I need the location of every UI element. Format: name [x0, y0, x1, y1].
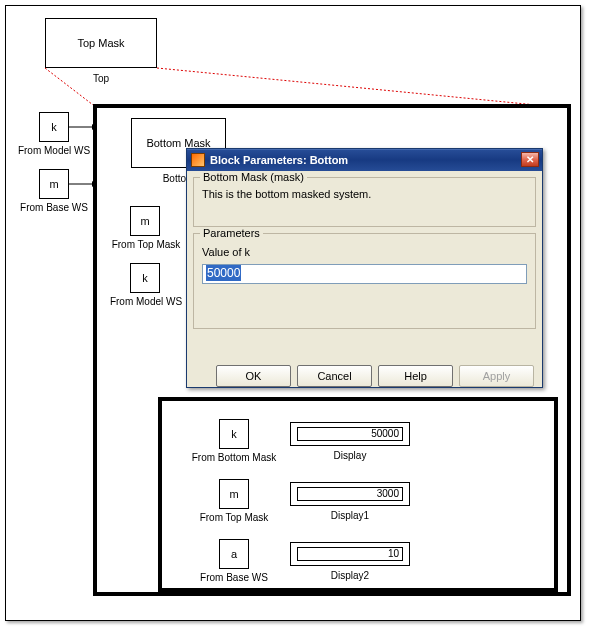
label-from-base-ws-inner: From Base WS [186, 572, 282, 583]
group-params-title: Parameters [200, 227, 263, 239]
dialog-titlebar[interactable]: Block Parameters: Bottom ✕ [187, 149, 542, 171]
display1-value: 3000 [297, 487, 403, 501]
close-button[interactable]: ✕ [521, 152, 539, 167]
block-from-base-ws[interactable]: m [39, 169, 69, 199]
close-icon: ✕ [526, 154, 534, 165]
block-from-model-ws-mid[interactable]: k [130, 263, 160, 293]
help-button[interactable]: Help [378, 365, 453, 387]
display-value: 50000 [297, 427, 403, 441]
block-from-bottom-mask[interactable]: k [219, 419, 249, 449]
block-display1[interactable]: 3000 [290, 482, 410, 506]
block-from-model-ws[interactable]: k [39, 112, 69, 142]
block-from-top-mask[interactable]: m [130, 206, 160, 236]
ok-button[interactable]: OK [216, 365, 291, 387]
group-mask-desc: This is the bottom masked system. [202, 188, 527, 200]
cancel-button[interactable]: Cancel [297, 365, 372, 387]
block-display2[interactable]: 10 [290, 542, 410, 566]
var-m-inner: m [229, 488, 238, 500]
label-from-model-ws: From Model WS [13, 145, 95, 156]
param-label-k: Value of k [202, 246, 527, 258]
var-k: k [51, 121, 57, 133]
label-from-bottom-mask: From Bottom Mask [186, 452, 282, 463]
block-top-label: Top [45, 73, 157, 84]
label-from-top-mask: From Top Mask [106, 239, 186, 250]
block-from-base-ws-inner[interactable]: a [219, 539, 249, 569]
param-input-k[interactable]: 50000 [202, 264, 527, 284]
dialog-title: Block Parameters: Bottom [210, 154, 348, 166]
label-display2: Display2 [290, 570, 410, 581]
block-top-mask-label: Top Mask [77, 37, 124, 49]
display2-value: 10 [297, 547, 403, 561]
label-from-model-ws-mid: From Model WS [106, 296, 186, 307]
block-display[interactable]: 50000 [290, 422, 410, 446]
var-k-inner: k [231, 428, 237, 440]
label-display: Display [290, 450, 410, 461]
app-icon [191, 153, 205, 167]
label-from-base-ws: From Base WS [13, 202, 95, 213]
var-k-mid: k [142, 272, 148, 284]
group-mask-title: Bottom Mask (mask) [200, 171, 307, 183]
var-m: m [49, 178, 58, 190]
label-display1: Display1 [290, 510, 410, 521]
var-a-inner: a [231, 548, 237, 560]
apply-button[interactable]: Apply [459, 365, 534, 387]
param-value-k: 50000 [206, 265, 241, 281]
var-m-mid: m [140, 215, 149, 227]
dialog-block-parameters: Block Parameters: Bottom ✕ Bottom Mask (… [186, 148, 543, 388]
label-from-top-mask-inner: From Top Mask [186, 512, 282, 523]
block-from-top-mask-inner[interactable]: m [219, 479, 249, 509]
block-top-mask[interactable]: Top Mask [45, 18, 157, 68]
